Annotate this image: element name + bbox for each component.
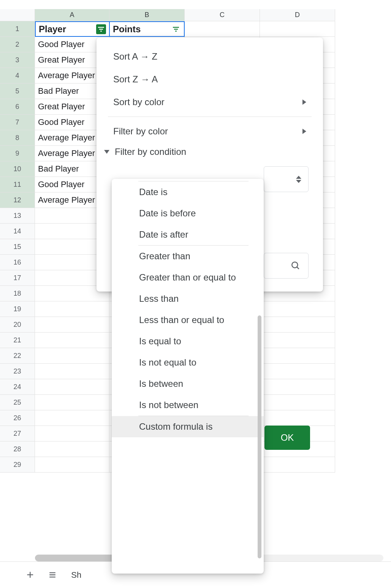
cell-text: Points bbox=[113, 24, 141, 35]
row-header[interactable]: 28 bbox=[0, 441, 35, 457]
row-header[interactable]: 16 bbox=[0, 255, 35, 270]
row-header[interactable]: 2 bbox=[0, 37, 35, 52]
cell-a27[interactable] bbox=[35, 426, 109, 441]
filter-by-condition-toggle[interactable]: Filter by condition bbox=[97, 143, 323, 161]
row-header[interactable]: 7 bbox=[0, 115, 35, 130]
col-header-b[interactable]: B bbox=[109, 9, 185, 21]
cell-d24[interactable] bbox=[260, 379, 335, 395]
cell-a21[interactable] bbox=[35, 333, 109, 348]
row-header[interactable]: 1 bbox=[0, 21, 35, 37]
chevron-right-icon bbox=[302, 99, 306, 105]
select-all-corner[interactable] bbox=[0, 9, 35, 21]
row-header[interactable]: 14 bbox=[0, 224, 35, 239]
column-headers: A B C D bbox=[0, 9, 391, 21]
stepper-icon bbox=[296, 176, 301, 183]
condition-option[interactable]: Is between bbox=[112, 373, 264, 394]
condition-option[interactable]: Custom formula is bbox=[112, 416, 264, 437]
search-icon bbox=[291, 261, 301, 271]
row-header[interactable]: 23 bbox=[0, 364, 35, 379]
condition-select[interactable] bbox=[264, 166, 309, 192]
condition-option[interactable]: Greater than or equal to bbox=[112, 267, 264, 288]
filter-search[interactable] bbox=[264, 253, 309, 279]
row-header[interactable]: 13 bbox=[0, 208, 35, 224]
row-header[interactable]: 20 bbox=[0, 317, 35, 333]
cell-d29[interactable] bbox=[260, 457, 335, 473]
cell-d22[interactable] bbox=[260, 348, 335, 364]
row-header[interactable]: 5 bbox=[0, 84, 35, 99]
condition-option[interactable]: Is equal to bbox=[112, 331, 264, 352]
row-header[interactable]: 15 bbox=[0, 239, 35, 255]
condition-option[interactable]: Less than bbox=[112, 288, 264, 309]
cell-a22[interactable] bbox=[35, 348, 109, 364]
cell-d1[interactable] bbox=[260, 21, 335, 37]
chevron-right-icon bbox=[302, 129, 306, 134]
row-header[interactable]: 10 bbox=[0, 161, 35, 177]
condition-option[interactable]: Date is bbox=[112, 181, 264, 203]
row-header[interactable]: 9 bbox=[0, 146, 35, 161]
row-header[interactable]: 8 bbox=[0, 130, 35, 146]
row-header[interactable]: 3 bbox=[0, 52, 35, 68]
row-header[interactable]: 22 bbox=[0, 348, 35, 364]
cell-a28[interactable] bbox=[35, 441, 109, 457]
all-sheets-icon[interactable]: ≡ bbox=[49, 568, 56, 582]
scrollbar-thumb[interactable] bbox=[258, 315, 261, 558]
cell-a19[interactable] bbox=[35, 301, 109, 317]
cell-d20[interactable] bbox=[260, 317, 335, 333]
cell-a23[interactable] bbox=[35, 364, 109, 379]
filter-icon[interactable] bbox=[171, 24, 181, 34]
cell-d19[interactable] bbox=[260, 301, 335, 317]
sort-z-a[interactable]: Sort Z → A bbox=[97, 68, 323, 91]
sort-a-z[interactable]: Sort A → Z bbox=[97, 45, 323, 68]
row-header[interactable]: 19 bbox=[0, 301, 35, 317]
condition-option[interactable]: Is not between bbox=[112, 394, 264, 416]
row-header[interactable]: 18 bbox=[0, 286, 35, 301]
sort-by-color[interactable]: Sort by color bbox=[97, 91, 323, 114]
row-header[interactable]: 27 bbox=[0, 426, 35, 441]
cell-d25[interactable] bbox=[260, 395, 335, 410]
row-header[interactable]: 17 bbox=[0, 270, 35, 286]
col-header-d[interactable]: D bbox=[260, 9, 335, 21]
filter-by-color-label: Filter by color bbox=[113, 126, 168, 137]
cell-b1[interactable]: Points bbox=[109, 21, 185, 37]
cell-c1[interactable] bbox=[185, 21, 260, 37]
row-header[interactable]: 11 bbox=[0, 177, 35, 192]
sheet-tab[interactable]: Sh bbox=[71, 570, 81, 580]
row-header[interactable]: 12 bbox=[0, 192, 35, 208]
cell-d21[interactable] bbox=[260, 333, 335, 348]
condition-option[interactable]: Date is after bbox=[112, 224, 264, 245]
ok-button[interactable]: OK bbox=[264, 426, 310, 450]
row-header[interactable]: 24 bbox=[0, 379, 35, 395]
condition-option[interactable]: Date is before bbox=[112, 203, 264, 224]
sort-by-color-label: Sort by color bbox=[113, 97, 165, 107]
filter-icon[interactable] bbox=[96, 24, 106, 34]
row-header[interactable]: 4 bbox=[0, 68, 35, 84]
cell-a20[interactable] bbox=[35, 317, 109, 333]
cell-d23[interactable] bbox=[260, 364, 335, 379]
chevron-down-icon bbox=[104, 150, 109, 154]
row-header[interactable]: 21 bbox=[0, 333, 35, 348]
cell-a1[interactable]: Player bbox=[35, 21, 109, 37]
filter-by-condition-label: Filter by condition bbox=[115, 147, 186, 157]
cell-a24[interactable] bbox=[35, 379, 109, 395]
condition-option[interactable]: Less than or equal to bbox=[112, 309, 264, 331]
divider bbox=[108, 117, 312, 117]
condition-option[interactable]: Greater than bbox=[112, 246, 264, 267]
row-header[interactable]: 25 bbox=[0, 395, 35, 410]
cell-d26[interactable] bbox=[260, 410, 335, 426]
col-header-c[interactable]: C bbox=[185, 9, 260, 21]
cell-a29[interactable] bbox=[35, 457, 109, 473]
row-header[interactable]: 26 bbox=[0, 410, 35, 426]
grid-row: 1PlayerPoints bbox=[0, 21, 391, 37]
cell-text: Player bbox=[39, 24, 66, 35]
col-header-a[interactable]: A bbox=[35, 9, 109, 21]
cell-a25[interactable] bbox=[35, 395, 109, 410]
filter-by-color[interactable]: Filter by color bbox=[97, 120, 323, 143]
row-header[interactable]: 29 bbox=[0, 457, 35, 473]
row-header[interactable]: 6 bbox=[0, 99, 35, 115]
svg-line-7 bbox=[297, 267, 299, 269]
condition-submenu: Date isDate is beforeDate is after Great… bbox=[112, 179, 264, 574]
svg-point-6 bbox=[292, 262, 298, 268]
add-sheet-icon[interactable]: + bbox=[27, 568, 34, 582]
cell-a26[interactable] bbox=[35, 410, 109, 426]
condition-option[interactable]: Is not equal to bbox=[112, 352, 264, 373]
